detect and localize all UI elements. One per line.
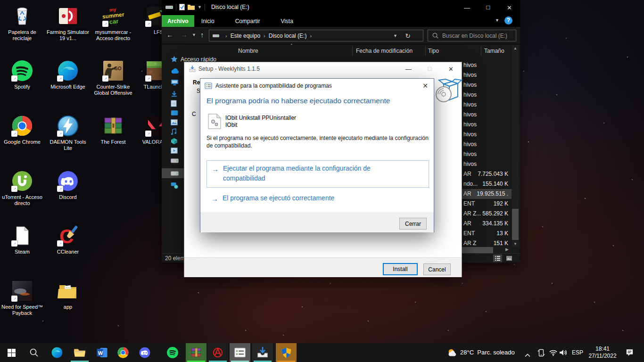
discord-icon: → (57, 170, 79, 192)
recent-dropdown-icon[interactable]: ▼ (192, 33, 196, 37)
dialog-close-button[interactable]: ✕ (418, 80, 432, 91)
documents-icon[interactable] (171, 100, 179, 108)
taskbar-search-button[interactable] (23, 343, 45, 362)
action-center-icon[interactable] (625, 348, 634, 359)
scroll-up-icon[interactable]: ▲ (513, 46, 517, 50)
disk-c-icon[interactable] (171, 156, 179, 165)
videos-icon[interactable] (171, 147, 179, 155)
desktop-icon-spotify[interactable]: → Spotify (0, 59, 45, 90)
compat-option-run[interactable]: → Ejecutar el programa mediante la confi… (206, 160, 429, 188)
new-folder-icon[interactable] (188, 4, 195, 10)
details-view-button[interactable] (493, 255, 502, 262)
taskbar-compatibility-assistant[interactable] (230, 343, 250, 362)
taskbar-discord[interactable] (134, 343, 155, 362)
desktop-icon-ccleaner[interactable]: C→ CCleaner (45, 224, 91, 255)
column-fecha[interactable]: Fecha de modificación (356, 48, 413, 54)
install-button[interactable]: Install (383, 263, 418, 275)
desktop-icon-nfs-payback[interactable]: → Need for Speed™ Payback (0, 280, 45, 316)
ribbon-expand-icon[interactable]: ▼ (495, 18, 499, 23)
address-dropdown-icon[interactable]: ▼ (393, 33, 397, 38)
taskbar-red-a-app[interactable] (207, 343, 228, 362)
maximize-button[interactable]: ☐ (478, 0, 499, 15)
desktop-icon-steam[interactable]: → Steam (0, 224, 45, 255)
vertical-scrollbar[interactable]: ▲ ▼ (512, 45, 519, 247)
tray-volume-icon[interactable] (559, 349, 568, 358)
pictures-icon[interactable] (171, 119, 179, 127)
thumbnail-view-button[interactable] (504, 255, 513, 262)
breadcrumb-root[interactable]: Este equipo (231, 33, 260, 39)
back-icon[interactable]: ← (166, 31, 173, 39)
hscrollbar-thumb[interactable] (460, 247, 493, 253)
properties-icon[interactable] (179, 4, 185, 10)
3d-objects-icon[interactable] (171, 138, 179, 146)
desktop-icon-my-summer-car[interactable]: my summer car → mysummercar - Acceso dir… (91, 5, 136, 41)
taskbar-spotify[interactable] (162, 343, 183, 362)
scroll-down-icon[interactable]: ▼ (513, 242, 517, 246)
svg-text:GO: GO (114, 66, 122, 71)
desktop-icon-daemon-tools[interactable]: → DAEMON Tools Lite (45, 115, 91, 151)
desktop-folder-icon[interactable] (171, 109, 179, 117)
arrow-icon: → (211, 195, 218, 203)
scrollbar-thumb[interactable] (512, 209, 519, 240)
column-tipo[interactable]: Tipo (428, 48, 439, 54)
close-button[interactable]: ✕ (499, 0, 520, 15)
setup-close-button[interactable]: ✕ (440, 62, 462, 75)
desktop-icon-farming-simulator[interactable]: Farming Simulator 19 v1... (45, 5, 91, 41)
tray-wifi-icon[interactable] (549, 349, 558, 358)
taskbar-winrar[interactable] (186, 343, 206, 362)
taskbar-word[interactable]: W (91, 343, 112, 362)
help-icon[interactable]: ? (504, 16, 512, 25)
qat-dropdown-icon[interactable]: ▼ (198, 5, 202, 9)
taskbar-inno-setup[interactable] (252, 343, 273, 362)
taskbar-chrome[interactable] (113, 343, 133, 362)
tray-phone-icon[interactable] (537, 349, 545, 359)
taskbar-file-explorer[interactable] (69, 343, 90, 362)
setup-minimize-button[interactable]: — (398, 62, 419, 75)
downloads-icon[interactable] (171, 90, 179, 99)
tab-inicio[interactable]: Inicio (195, 15, 221, 27)
weather-icon[interactable] (447, 348, 457, 360)
up-icon[interactable]: ↑ (200, 31, 204, 39)
desktop-icon-app-folder[interactable]: app (45, 280, 91, 310)
shortcut-arrow-icon: → (57, 186, 63, 192)
scroll-right-icon[interactable]: ▶ (505, 247, 509, 252)
weather-temp[interactable]: 28°C Parc. soleado (460, 349, 515, 356)
start-button[interactable] (0, 343, 23, 362)
setup-cancel-button[interactable]: Cancel (423, 263, 451, 275)
windows-logo-icon (8, 349, 16, 357)
onedrive-icon[interactable] (171, 67, 179, 75)
desktop-icon-utorrent[interactable]: → uTorrent - Acceso directo (0, 170, 45, 206)
desktop-icon-the-forest[interactable]: The Forest (91, 115, 136, 145)
taskbar: W 28°C P (0, 343, 644, 362)
tray-clock[interactable]: 18:41 27/11/2022 (586, 346, 619, 360)
tray-chevron-icon[interactable] (525, 351, 530, 359)
csgo-icon: GO→ (102, 59, 124, 82)
search-box[interactable]: Buscar en Disco local (E:) (428, 30, 516, 41)
network-icon[interactable] (171, 182, 179, 190)
tab-vista[interactable]: Vista (274, 15, 299, 27)
tab-archivo[interactable]: Archivo (162, 15, 194, 27)
quick-access-icon[interactable] (171, 56, 178, 63)
taskbar-windows-defender[interactable] (276, 343, 297, 362)
tray-language[interactable]: ESP (572, 349, 583, 356)
desktop-icon-edge[interactable]: → Microsoft Edge (45, 59, 91, 90)
minimize-button[interactable]: — (456, 0, 478, 15)
cerrar-button[interactable]: Cerrar (399, 218, 427, 230)
column-tamano[interactable]: Tamaño (484, 48, 504, 54)
tab-compartir[interactable]: Compartir (229, 15, 266, 27)
desktop-icon-recycle-bin[interactable]: Papelera de reciclaje (0, 5, 45, 41)
column-nombre[interactable]: Nombre (238, 48, 258, 54)
forward-icon[interactable]: → (181, 31, 188, 39)
defender-shield-icon (281, 347, 292, 359)
breadcrumb-current[interactable]: Disco local (E:) (269, 33, 307, 39)
taskbar-edge[interactable] (47, 343, 67, 362)
desktop-icon-csgo[interactable]: GO→ Counter-Strike Global Offensive (91, 59, 136, 96)
address-bar[interactable]: › Este equipo › Disco local (E:) › ▼ ↻ (209, 30, 423, 41)
refresh-icon[interactable]: ↻ (405, 32, 411, 40)
desktop-icon-chrome[interactable]: → Google Chrome (0, 115, 45, 145)
disk-e-icon[interactable] (171, 169, 179, 177)
music-icon[interactable] (171, 128, 179, 136)
setup-maximize-button[interactable]: ☐ (419, 62, 440, 75)
this-pc-icon[interactable] (171, 79, 179, 87)
desktop-icon-discord[interactable]: → Discord (45, 170, 91, 200)
